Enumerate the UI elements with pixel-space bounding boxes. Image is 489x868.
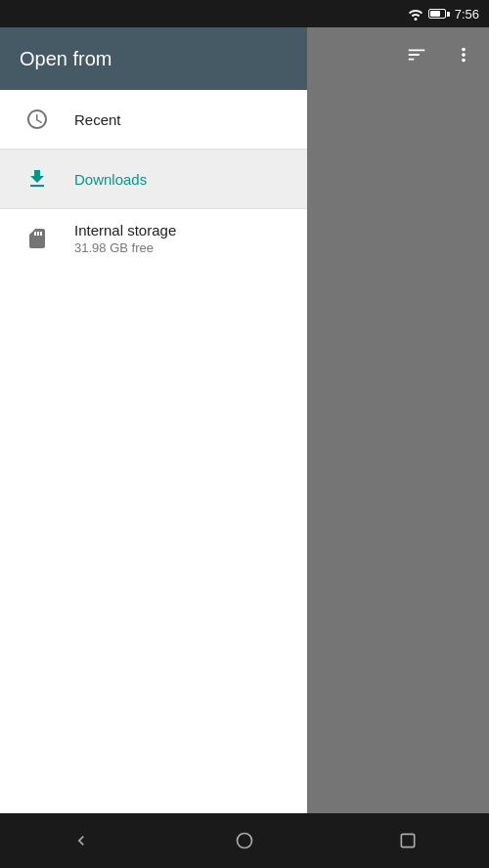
status-icons: 7:56 — [408, 7, 479, 22]
svg-point-1 — [237, 834, 251, 848]
navigation-drawer: Open from Recent Downloads Internal stor… — [0, 27, 307, 868]
clock-icon — [20, 108, 55, 131]
internal-storage-text: Internal storage 31.98 GB free — [74, 222, 176, 255]
download-icon — [20, 167, 55, 191]
svg-rect-2 — [401, 834, 414, 846]
sidebar-item-recent[interactable]: Recent — [0, 90, 307, 149]
battery-icon — [428, 9, 450, 19]
wifi-icon — [408, 7, 423, 21]
sidebar-item-internal-storage[interactable]: Internal storage 31.98 GB free — [0, 209, 307, 268]
status-time: 7:56 — [455, 7, 479, 22]
svg-point-0 — [414, 18, 417, 21]
sidebar-item-downloads[interactable]: Downloads — [0, 150, 307, 208]
recent-label: Recent — [74, 111, 121, 128]
home-button[interactable] — [215, 813, 274, 868]
sd-card-icon — [20, 227, 55, 250]
internal-storage-label: Internal storage — [74, 222, 176, 239]
filter-button[interactable] — [399, 37, 434, 72]
drawer-title: Open from — [20, 48, 111, 70]
downloads-label: Downloads — [74, 171, 147, 188]
drawer-header: Open from — [0, 27, 307, 90]
more-options-button[interactable] — [446, 37, 481, 72]
main-content — [307, 27, 489, 841]
bottom-navigation — [0, 813, 489, 868]
status-bar: 7:56 — [0, 0, 489, 27]
back-button[interactable] — [52, 813, 111, 868]
recents-button[interactable] — [378, 813, 437, 868]
internal-storage-subtitle: 31.98 GB free — [74, 240, 176, 255]
action-bar — [307, 27, 489, 82]
